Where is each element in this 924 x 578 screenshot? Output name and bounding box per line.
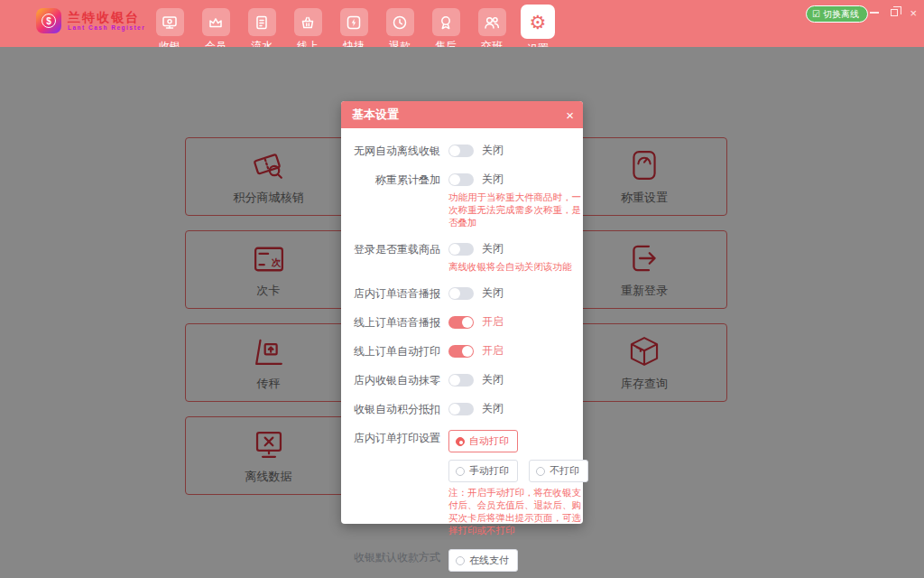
gear-icon: ⚙	[521, 5, 555, 39]
radio-manual-print[interactable]: 手动打印	[448, 460, 518, 482]
radio-auto-print[interactable]: 自动打印	[448, 430, 518, 452]
switch-offline-label: 切换离线	[823, 8, 859, 21]
close-dialog-icon[interactable]: ×	[566, 107, 574, 123]
toggle-switch[interactable]	[448, 374, 474, 387]
app-logo: $ 兰特收银台 Lant Cash Register	[36, 8, 145, 33]
radio-dot	[536, 467, 545, 476]
setting-row-weigh-accumulate: 称重累计叠加 关闭 功能用于当称重大件商品时，一次称重无法完成需多次称重，是否叠…	[346, 172, 570, 228]
toggle-switch[interactable]	[448, 173, 474, 186]
lightning-icon	[340, 8, 368, 36]
toggle-switch[interactable]	[448, 403, 474, 415]
setting-row-auto-rounding: 店内收银自动抹零 关闭	[346, 372, 570, 388]
badge-icon	[432, 8, 460, 36]
toggle-switch[interactable]	[448, 316, 474, 329]
radio-online-pay[interactable]: 在线支付	[448, 549, 518, 572]
dollar-coin-icon: $	[42, 14, 56, 28]
setting-row-print-mode: 店内订单打印设置 自动打印 手动打印 不打印 注：开	[346, 430, 570, 536]
setting-row-instore-voice: 店内订单语音播报 关闭	[346, 285, 570, 302]
setting-row-online-autoprint: 线上订单自动打印 开启	[346, 343, 570, 359]
toggle-switch[interactable]	[448, 243, 474, 256]
crown-icon	[202, 8, 230, 36]
dialog-header: 基本设置 ×	[341, 101, 583, 128]
brand-title: 兰特收银台	[68, 11, 145, 24]
clock-refund-icon	[386, 8, 414, 36]
setting-note: 功能用于当称重大件商品时，一次称重无法完成需多次称重，是否叠加	[448, 191, 586, 228]
radio-no-print[interactable]: 不打印	[529, 460, 588, 482]
setting-row-online-voice: 线上订单语音播报 开启	[346, 314, 570, 331]
minimize-icon[interactable]	[870, 12, 879, 14]
window-controls: ×	[870, 0, 917, 25]
toggle-switch[interactable]	[448, 287, 474, 300]
toggle-switch[interactable]	[448, 345, 474, 358]
document-icon	[248, 8, 276, 36]
toggle-switch[interactable]	[448, 144, 474, 157]
print-mode-note: 注：开启手动打印，将在收银支付后、会员充值后、退款后、购买次卡后将弹出提示页面，…	[448, 486, 586, 536]
switch-offline-button[interactable]: ☑ 切换离线	[806, 5, 868, 23]
restore-icon[interactable]	[891, 9, 898, 16]
radio-dot	[456, 556, 465, 565]
monitor-icon	[156, 8, 184, 36]
brand-subtitle: Lant Cash Register	[68, 24, 145, 32]
app-header: $ 兰特收银台 Lant Cash Register 收银 会员	[0, 0, 924, 47]
basket-icon	[294, 8, 322, 36]
check-icon: ☑	[812, 10, 820, 19]
dialog-title: 基本设置	[352, 107, 566, 123]
basic-settings-dialog: 基本设置 × 无网自动离线收银 关闭 称重累计叠加 关闭 功能用于当称重大件商品…	[341, 101, 583, 524]
setting-row-reload-goods: 登录是否重载商品 关闭 离线收银将会自动关闭该功能	[346, 241, 570, 273]
close-window-icon[interactable]: ×	[910, 7, 917, 19]
radio-dot	[456, 467, 465, 476]
dialog-body: 无网自动离线收银 关闭 称重累计叠加 关闭 功能用于当称重大件商品时，一次称重无…	[341, 128, 583, 578]
people-icon	[478, 8, 506, 36]
radio-dot	[456, 437, 465, 446]
setting-row-offline-cashier: 无网自动离线收银 关闭	[346, 143, 570, 159]
setting-row-default-payment: 收银默认收款方式 在线支付 现金支付 会员支付	[346, 549, 570, 578]
setting-note: 离线收银将会自动关闭该功能	[448, 260, 586, 273]
logo-icon: $	[36, 8, 61, 33]
setting-row-points-deduct: 收银自动积分抵扣 关闭	[346, 401, 570, 417]
